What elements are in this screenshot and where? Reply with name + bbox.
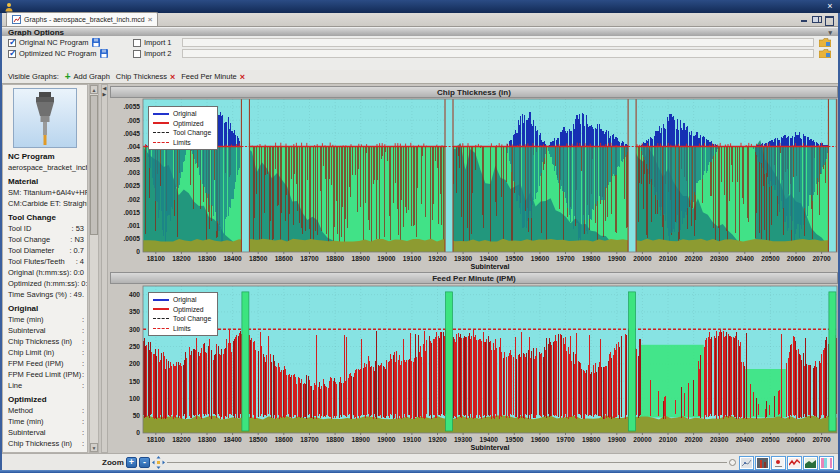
graph-style-scatter-button[interactable] [739,456,754,470]
sidebar-row: Line: [8,380,84,391]
legend-line-sample [153,142,169,143]
graph-style-histogram-button[interactable] [819,456,834,470]
main-area: NC Programaerospace_bracket_inch.nMateri… [2,84,838,453]
restore-icon[interactable] [812,16,820,23]
minimize-icon[interactable] [800,16,808,23]
svg-text:19900: 19900 [608,255,627,262]
svg-text:19900: 19900 [608,436,627,443]
sidebar-sections: NC Programaerospace_bracket_inch.nMateri… [8,152,84,449]
scroll-up-icon[interactable]: ▲ [90,85,98,94]
svg-text:20700: 20700 [812,255,831,262]
svg-text:19700: 19700 [556,255,575,262]
sidebar-row: Subinterval: [8,427,84,438]
svg-text:Subinterval: Subinterval [470,262,509,271]
svg-text:20000: 20000 [633,255,652,262]
tab-close-icon[interactable]: × [148,15,153,24]
graph-style-area-button[interactable] [803,456,818,470]
collapse-chevron-icon[interactable]: ▾ [828,29,832,36]
svg-text:20400: 20400 [736,436,755,443]
svg-text:.0035: .0035 [123,156,140,163]
svg-text:18800: 18800 [326,255,345,262]
collapse-right-icon[interactable]: ▶ [102,91,107,97]
original-nc-checkbox[interactable] [8,39,16,47]
graph-options-panel: Original NC Program Optimized NC Program… [2,36,838,70]
legend-label: Optimized [173,306,204,313]
svg-text:18700: 18700 [300,255,319,262]
chart-legend: OriginalOptimizedTool ChangeLimits [148,106,218,150]
scrollbar-thumb[interactable] [90,95,98,235]
sidebar-section-header: Tool Change [8,213,84,222]
sidebar-row: Time (min): [8,416,84,427]
svg-text:18500: 18500 [249,255,268,262]
import2-field[interactable] [182,49,814,58]
original-program-row: Original NC Program [8,38,100,47]
legend-line-sample [153,122,169,124]
svg-text:19600: 19600 [531,436,550,443]
tool-image [13,88,77,148]
sidebar-row: Tool Flutes/Teeth: 4 [8,256,84,267]
scroll-down-icon[interactable]: ▼ [90,443,98,452]
feed-per-minute-chart[interactable]: 1810018200183001840018500186001870018800… [110,284,840,452]
svg-text:20700: 20700 [812,436,831,443]
save-original-icon[interactable] [92,38,100,47]
sidebar-row: Chip Limit (in): [8,347,84,358]
legend-line-sample [153,299,169,301]
svg-text:350: 350 [129,308,140,315]
legend-label: Tool Change [173,315,211,322]
tab-graphs[interactable]: Graphs - aerospace_bracket_inch.mcd × [6,12,158,26]
chip-thickness-label: Chip Thickness [116,72,167,81]
zoom-in-button[interactable]: + [126,457,137,468]
import1-field[interactable] [182,38,814,47]
svg-text:19400: 19400 [480,255,499,262]
sidebar-scrollbar[interactable]: ▲ ▼ [89,84,99,453]
legend-item: Limits [153,325,211,332]
remove-graph-icon[interactable]: × [240,73,245,81]
import1-folder-icon[interactable] [819,38,831,47]
svg-text:19400: 19400 [480,436,499,443]
svg-text:.0015: .0015 [123,209,140,216]
import1-checkbox[interactable] [133,39,141,47]
svg-text:19100: 19100 [403,255,422,262]
svg-text:20500: 20500 [761,255,780,262]
optimized-nc-checkbox[interactable] [8,50,16,58]
zoom-slider-track[interactable] [167,462,727,463]
svg-text:20300: 20300 [710,255,729,262]
sidebar-section-header: Material [8,177,84,186]
feed-per-minute-graph-chip[interactable]: Feed Per Minute× [181,72,245,81]
chip-thickness-graph-chip[interactable]: Chip Thickness× [116,72,175,81]
legend-line-sample [153,328,169,329]
legend-line-sample [153,308,169,310]
svg-text:.0005: .0005 [123,235,140,242]
add-graph-button[interactable]: +Add Graph [65,72,110,81]
svg-text:19800: 19800 [582,436,601,443]
panel-splitter[interactable]: ◀▶ [101,84,108,453]
save-optimized-icon[interactable] [100,49,108,58]
window-close-button[interactable]: × [824,2,836,11]
chip-thickness-plot[interactable]: 1810018200183001840018500186001870018800… [110,98,840,272]
svg-text:18300: 18300 [198,436,217,443]
legend-item: Optimized [153,306,211,313]
chip-thickness-chart[interactable]: 1810018200183001840018500186001870018800… [110,98,840,272]
graph-tab-icon [12,15,21,24]
import2-checkbox[interactable] [133,50,141,58]
feed-per-minute-plot[interactable]: 1810018200183001840018500186001870018800… [110,284,840,452]
svg-text:.0045: .0045 [123,130,140,137]
svg-text:20400: 20400 [736,255,755,262]
import2-folder-icon[interactable] [819,49,831,58]
visible-graphs-row: Visible Graphs: +Add Graph Chip Thicknes… [2,70,838,84]
maximize-icon[interactable] [824,16,832,23]
remove-graph-icon[interactable]: × [170,73,175,81]
svg-text:19300: 19300 [454,255,473,262]
graph-style-bar-button[interactable] [755,456,770,470]
graph-style-point-button[interactable] [771,456,786,470]
graph-style-line-button[interactable] [787,456,802,470]
svg-text:.004: .004 [127,143,140,150]
app-window: × Graphs - aerospace_bracket_inch.mcd × … [0,0,840,473]
sidebar-row: FPM Feed Limit (IPM): [8,369,84,380]
svg-text:19500: 19500 [505,255,524,262]
zoom-out-button[interactable]: - [139,457,150,468]
zoom-slider-thumb[interactable] [729,459,736,466]
svg-text:19000: 19000 [377,436,396,443]
pan-icon[interactable] [152,456,165,469]
legend-item: Tool Change [153,315,211,322]
